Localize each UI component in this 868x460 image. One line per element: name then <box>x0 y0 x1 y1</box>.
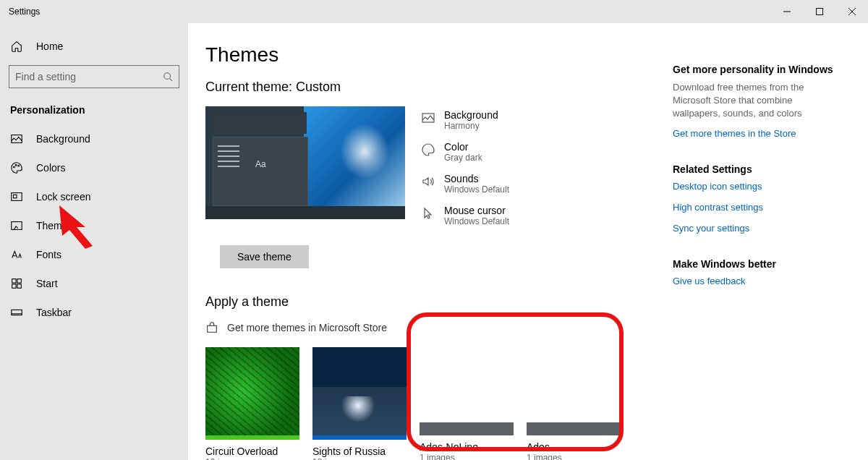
sidebar-item-lockscreen[interactable]: Lock screen <box>0 182 188 211</box>
svg-rect-14 <box>17 279 21 283</box>
link-desktop-icon-settings[interactable]: Desktop icon settings <box>673 181 839 192</box>
store-link-label: Get more themes in Microsoft Store <box>227 322 387 333</box>
search-box[interactable] <box>9 65 179 88</box>
theme-card-ades-noline[interactable]: Ades-NoLine 1 images <box>420 347 514 460</box>
palette-icon <box>421 142 435 157</box>
link-store-themes[interactable]: Get more themes in the Store <box>673 128 839 139</box>
right-feedback: Make Windows better Give us feedback <box>673 258 839 286</box>
right-personality: Get more personality in Windows Download… <box>673 64 839 139</box>
sidebar-home-label: Home <box>36 41 63 52</box>
theme-preview <box>205 106 405 219</box>
theme-card-sights-of-russia[interactable]: Sights of Russia 18 images <box>312 347 407 460</box>
palette-icon <box>10 161 23 174</box>
svg-point-4 <box>164 73 171 80</box>
cursor-icon <box>421 206 435 221</box>
sidebar-item-colors[interactable]: Colors <box>0 153 188 182</box>
window-title: Settings <box>0 7 770 17</box>
close-button[interactable] <box>835 0 868 23</box>
svg-point-8 <box>15 165 17 166</box>
brush-icon <box>10 219 23 232</box>
start-icon <box>10 277 23 290</box>
sidebar-item-label: Background <box>36 133 90 145</box>
svg-rect-11 <box>14 195 17 198</box>
lockscreen-icon <box>10 190 23 203</box>
speaker-icon <box>421 174 435 189</box>
link-sync-settings[interactable]: Sync your settings <box>673 223 839 234</box>
sidebar-item-label: Taskbar <box>36 307 72 318</box>
sidebar-item-label: Themes <box>36 220 73 231</box>
svg-rect-1 <box>816 9 822 15</box>
theme-thumb <box>312 347 407 435</box>
sidebar-item-taskbar[interactable]: Taskbar <box>0 298 188 327</box>
search-input[interactable] <box>15 71 163 82</box>
right-related: Related Settings Desktop icon settings H… <box>673 163 839 234</box>
theme-thumb <box>420 347 514 435</box>
save-theme-button[interactable]: Save theme <box>220 245 309 268</box>
sidebar-item-label: Fonts <box>36 249 61 260</box>
svg-rect-15 <box>12 284 16 288</box>
minimize-button[interactable] <box>770 0 803 23</box>
sidebar-item-themes[interactable]: Themes <box>0 211 188 240</box>
store-icon <box>205 321 218 334</box>
svg-point-7 <box>14 166 15 168</box>
theme-thumb <box>527 347 621 435</box>
prop-sounds[interactable]: SoundsWindows Default <box>421 173 509 195</box>
svg-rect-13 <box>12 279 16 283</box>
prop-color[interactable]: ColorGray dark <box>421 141 509 163</box>
home-icon <box>10 40 23 53</box>
link-high-contrast-settings[interactable]: High contrast settings <box>673 202 839 213</box>
sidebar-item-start[interactable]: Start <box>0 269 188 298</box>
titlebar: Settings <box>0 0 868 23</box>
fonts-icon <box>10 248 23 261</box>
theme-card-ades[interactable]: Ades 1 images <box>527 347 621 460</box>
search-icon <box>163 72 173 82</box>
link-feedback[interactable]: Give us feedback <box>673 276 839 286</box>
sidebar-category: Personalization <box>0 95 188 124</box>
svg-rect-12 <box>12 222 22 230</box>
theme-card-circuit-overload[interactable]: Circuit Overload 12 images <box>205 347 299 460</box>
sidebar-item-label: Start <box>36 278 58 289</box>
svg-rect-17 <box>12 310 22 315</box>
store-link-row[interactable]: Get more themes in Microsoft Store <box>205 321 644 334</box>
themes-grid: Circuit Overload 12 images Sights of Rus… <box>205 347 644 460</box>
sidebar-item-label: Colors <box>36 162 65 174</box>
page-title: Themes <box>205 43 644 67</box>
apply-theme-heading: Apply a theme <box>205 294 644 310</box>
maximize-button[interactable] <box>803 0 835 23</box>
prop-background[interactable]: BackgroundHarmony <box>421 109 509 131</box>
window-controls <box>770 0 868 23</box>
svg-rect-16 <box>17 284 21 288</box>
sidebar-item-home[interactable]: Home <box>0 32 188 61</box>
picture-icon <box>10 132 23 145</box>
theme-color-strip <box>312 435 407 440</box>
sidebar-item-background[interactable]: Background <box>0 124 188 153</box>
theme-color-strip <box>205 435 299 440</box>
current-theme-heading: Current theme: Custom <box>205 80 644 95</box>
picture-icon <box>421 111 435 125</box>
prop-cursor[interactable]: Mouse cursorWindows Default <box>421 205 509 226</box>
svg-point-9 <box>18 165 20 166</box>
sidebar: Home Personalization Background Colors L… <box>0 23 188 460</box>
sidebar-item-label: Lock screen <box>36 191 90 203</box>
svg-line-5 <box>170 79 173 82</box>
taskbar-icon <box>10 306 23 319</box>
sidebar-item-fonts[interactable]: Fonts <box>0 240 188 269</box>
theme-thumb <box>205 347 299 435</box>
